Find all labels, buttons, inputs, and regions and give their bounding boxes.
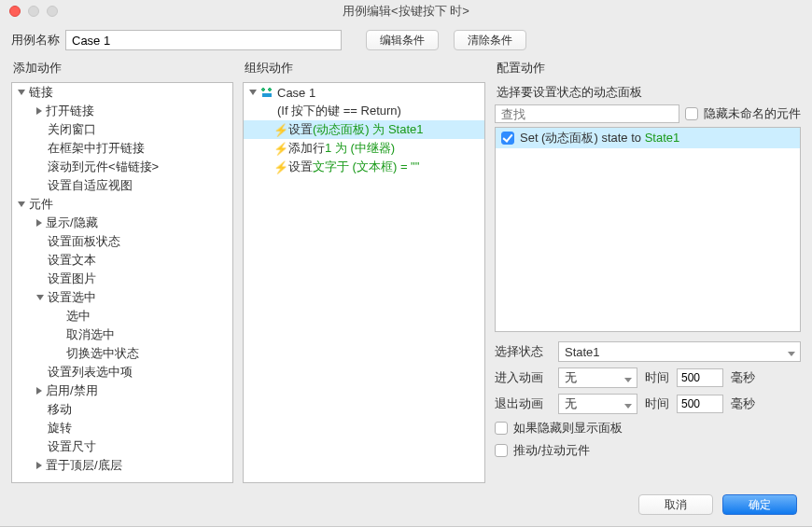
chevron-right-icon [36,387,42,395]
tree-item-set-selected[interactable]: 设置选中 [12,288,232,307]
case-name-input[interactable] [65,30,342,50]
tree-item-bring-front-back[interactable]: 置于顶层/底层 [12,456,232,475]
search-input[interactable] [495,104,679,123]
case-node[interactable]: Case 1 [244,83,484,102]
case-label: Case 1 [277,86,315,100]
edit-condition-button[interactable]: 编辑条件 [366,30,439,50]
tree-item-set-size[interactable]: 设置尺寸 [12,437,232,456]
tree-label: 选中 [66,308,91,325]
close-icon[interactable] [9,6,21,17]
tree-label: 关闭窗口 [48,121,96,138]
tree-item-set-text[interactable]: 设置文本 [12,251,232,270]
dialog-window: 用例编辑<按键按下 时> 用例名称 编辑条件 清除条件 添加动作 链接 打开链接 [0,0,812,527]
tree-item-move[interactable]: 移动 [12,400,232,419]
titlebar: 用例编辑<按键按下 时> [0,0,812,22]
select-state-label: 选择状态 [495,343,551,360]
target-prefix: Set (动态面板) state to [520,131,645,145]
tree-label: 设置面板状态 [48,233,120,250]
action-prefix: 添加行 [288,140,325,157]
target-list[interactable]: Set (动态面板) state to State1 [495,127,801,332]
ms-unit: 毫秒 [731,369,755,386]
add-action-column: 添加动作 链接 打开链接 关闭窗口 在框架中打开链接 [11,60,233,483]
tree-label: 在框架中打开链接 [48,140,145,157]
action-set-panel-state[interactable]: ⚡ 设置 (动态面板) 为 State1 [244,120,484,139]
minimize-icon [28,6,39,17]
tree-item-list-option[interactable]: 设置列表选中项 [12,363,232,381]
anim-out-label: 退出动画 [495,395,551,412]
target-row[interactable]: Set (动态面板) state to State1 [496,128,800,148]
action-add-row[interactable]: ⚡ 添加行 1 为 (中继器) [244,139,484,158]
case-name-label: 用例名称 [11,32,60,49]
columns: 添加动作 链接 打开链接 关闭窗口 在框架中打开链接 [0,60,812,483]
action-target: 文字于 (文本框) = "" [313,159,419,175]
tree-label: 切换选中状态 [66,345,139,362]
time-out-input[interactable] [677,395,723,413]
chevron-down-icon [18,90,25,95]
tree-item-select[interactable]: 选中 [12,307,232,326]
bolt-icon: ⚡ [273,142,287,156]
tree-item-rotate[interactable]: 旋转 [12,419,232,437]
action-target: 1 为 (中继器) [325,140,395,157]
tree-label: 置于顶层/底层 [46,457,122,474]
tree-label: 取消选中 [66,326,115,343]
action-library-tree[interactable]: 链接 打开链接 关闭窗口 在框架中打开链接 滚动到元件<锚链接> [11,82,233,483]
window-traffic-lights [9,6,58,17]
anim-out-select[interactable]: 无 [558,394,637,414]
state-select[interactable]: State1 [558,341,801,362]
tree-label: 滚动到元件<锚链接> [48,159,159,175]
tree-group-widgets[interactable]: 元件 [12,195,232,214]
chevron-right-icon [36,462,42,469]
tree-label: 移动 [48,401,72,418]
tree-label: 打开链接 [46,103,94,119]
tree-item-adaptive-view[interactable]: 设置自适应视图 [12,176,232,195]
tree-item-show-hide[interactable]: 显示/隐藏 [12,214,232,232]
push-pull-checkbox[interactable] [495,444,508,457]
search-row: 隐藏未命名的元件 [495,104,801,123]
tree-item-close-window[interactable]: 关闭窗口 [12,120,232,139]
configure-area: 选择要设置状态的动态面板 隐藏未命名的元件 Set (动态面板) state t… [495,82,801,483]
case-action-tree[interactable]: Case 1 (If 按下的键 == Return) ⚡ 设置 (动态面板) 为… [243,82,485,483]
ok-button[interactable]: 确定 [722,494,797,515]
clear-condition-button[interactable]: 清除条件 [454,30,526,50]
chevron-right-icon [36,107,42,115]
top-row: 用例名称 编辑条件 清除条件 [0,22,812,60]
bolt-icon: ⚡ [273,123,287,137]
select-state-row: 选择状态 State1 [495,341,801,362]
config-section: 选择状态 State1 进入动画 无 时间 毫秒 [495,341,801,459]
target-checkbox[interactable] [501,132,514,145]
configure-action-heading: 配置动作 [495,60,801,82]
chevron-down-icon [18,201,25,207]
case-condition[interactable]: (If 按下的键 == Return) [244,102,484,120]
tree-label: 设置自适应视图 [48,177,133,194]
tree-label: 设置选中 [48,289,96,306]
time-in-input[interactable] [677,368,723,387]
configure-action-column: 配置动作 选择要设置状态的动态面板 隐藏未命名的元件 Set (动态面板) st… [495,60,806,483]
chevron-down-icon [36,295,44,300]
cancel-button[interactable]: 取消 [638,494,713,515]
chevron-down-icon [249,90,257,95]
tree-item-open-link[interactable]: 打开链接 [12,102,232,120]
anim-out-row: 退出动画 无 时间 毫秒 [495,394,801,414]
tree-label: 旋转 [48,420,72,437]
case-icon [260,87,273,98]
tree-label: 启用/禁用 [46,382,98,399]
chevron-right-icon [36,219,42,227]
hide-unnamed-checkbox[interactable] [685,107,698,120]
tree-item-scroll-anchor[interactable]: 滚动到元件<锚链接> [12,158,232,176]
tree-group-links[interactable]: 链接 [12,83,232,102]
time-out-label: 时间 [645,395,669,412]
push-pull-row: 推动/拉动元件 [495,442,801,459]
show-if-hidden-checkbox[interactable] [495,422,508,435]
tree-item-toggle-select[interactable]: 切换选中状态 [12,344,232,363]
tree-item-open-in-frame[interactable]: 在框架中打开链接 [12,139,232,158]
tree-item-enable-disable[interactable]: 启用/禁用 [12,381,232,400]
anim-in-value: 无 [565,369,577,386]
tree-item-panel-state[interactable]: 设置面板状态 [12,232,232,251]
tree-item-deselect[interactable]: 取消选中 [12,326,232,344]
time-in-label: 时间 [645,369,669,386]
anim-in-select[interactable]: 无 [558,368,637,388]
show-if-hidden-label: 如果隐藏则显示面板 [513,420,623,437]
tree-item-set-image[interactable]: 设置图片 [12,270,232,288]
action-set-text[interactable]: ⚡ 设置 文字于 (文本框) = "" [244,158,484,176]
state-select-value: State1 [565,345,600,359]
